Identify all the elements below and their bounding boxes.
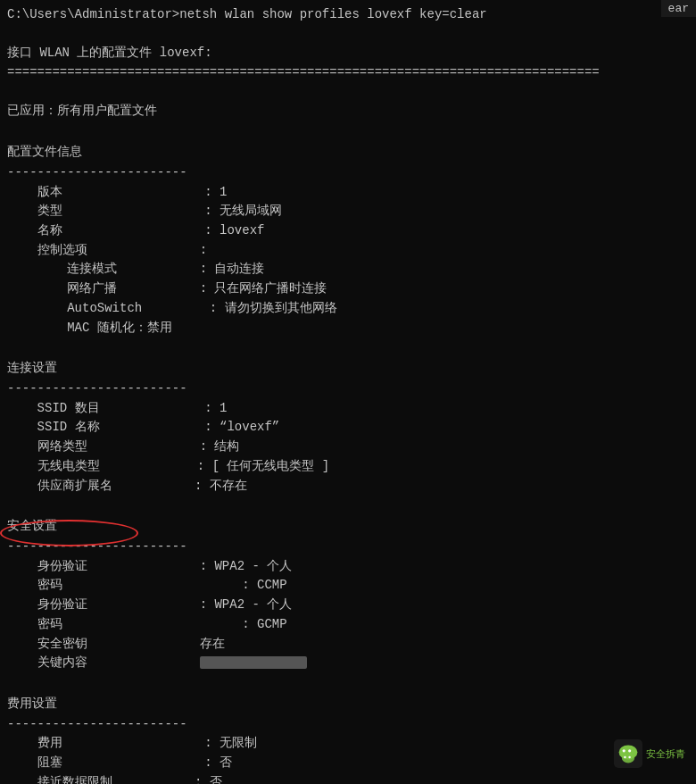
line-security-header: 安全设置 bbox=[7, 515, 689, 538]
wechat-badge-text: 安全拆青 bbox=[646, 747, 685, 761]
line-blank-5 bbox=[7, 496, 689, 515]
line-autoswitch: AutoSwitch : 请勿切换到其他网络 bbox=[7, 299, 689, 319]
svg-point-2 bbox=[623, 749, 626, 752]
line-applied: 已应用：所有用户配置文件 bbox=[7, 102, 689, 121]
blurred-password bbox=[200, 656, 307, 669]
line-blank-1 bbox=[7, 25, 689, 45]
line-blank-2 bbox=[7, 83, 689, 103]
line-near-limit: 接近数据限制 : 否 bbox=[7, 773, 689, 784]
line-name: 名称 : lovexf bbox=[7, 221, 689, 241]
top-bar: ear bbox=[661, 0, 696, 17]
line-mac-random: MAC 随机化：禁用 bbox=[7, 319, 689, 338]
line-network-type: 网络类型 : 结构 bbox=[7, 438, 689, 457]
svg-point-5 bbox=[624, 756, 626, 758]
line-type: 类型 : 无线局域网 bbox=[7, 202, 689, 221]
line-vendor-ext: 供应商扩展名 : 不存在 bbox=[7, 477, 689, 496]
line-ssid-count: SSID 数目 : 1 bbox=[7, 399, 689, 419]
line-blank-3 bbox=[7, 121, 689, 141]
line-password-2: 密码 : GCMP bbox=[7, 615, 689, 635]
line-network-broadcast: 网络广播 : 只在网络广播时连接 bbox=[7, 279, 689, 299]
wechat-icon bbox=[614, 739, 642, 768]
line-profile-info-header: 配置文件信息 bbox=[7, 141, 689, 163]
line-divider-5: ------------------------ bbox=[7, 715, 689, 735]
line-ssid-name: SSID 名称 : “lovexf” bbox=[7, 418, 689, 438]
svg-point-6 bbox=[628, 756, 630, 758]
line-wlan-header: 接口 WLAN 上的配置文件 lovexf: bbox=[7, 44, 689, 63]
line-block: 阻塞 : 否 bbox=[7, 754, 689, 773]
line-radio-type: 无线电类型 : [ 任何无线电类型 ] bbox=[7, 457, 689, 477]
line-divider-1: ========================================… bbox=[7, 63, 689, 83]
line-blank-4 bbox=[7, 338, 689, 357]
wechat-badge: 安全拆青 bbox=[614, 739, 685, 768]
top-bar-text: ear bbox=[668, 2, 689, 15]
line-divider-2: ------------------------ bbox=[7, 163, 689, 183]
line-cost-header: 费用设置 bbox=[7, 693, 689, 715]
line-version: 版本 : 1 bbox=[7, 183, 689, 203]
line-connection-settings-header: 连接设置 bbox=[7, 357, 689, 379]
line-divider-4: ------------------------ bbox=[7, 538, 689, 557]
command-line: C:\Users\Administrator>netsh wlan show p… bbox=[7, 5, 689, 25]
svg-point-4 bbox=[622, 753, 634, 763]
line-connect-mode: 连接模式 : 自动连接 bbox=[7, 260, 689, 279]
line-cost: 费用 : 无限制 bbox=[7, 734, 689, 754]
line-control-options: 控制选项 : bbox=[7, 241, 689, 261]
terminal-window: ear C:\Users\Administrator>netsh wlan sh… bbox=[0, 0, 696, 784]
line-divider-3: ------------------------ bbox=[7, 379, 689, 399]
line-key-content: 关键内容 bbox=[7, 654, 689, 673]
line-auth-2: 身份验证 : WPA2 - 个人 bbox=[7, 596, 689, 615]
line-blank-6 bbox=[7, 673, 689, 693]
line-security-key: 安全密钥 存在 bbox=[7, 635, 689, 655]
line-auth-1: 身份验证 : WPA2 - 个人 bbox=[7, 557, 689, 577]
line-password-1: 密码 : CCMP bbox=[7, 576, 689, 596]
svg-point-3 bbox=[628, 749, 631, 752]
